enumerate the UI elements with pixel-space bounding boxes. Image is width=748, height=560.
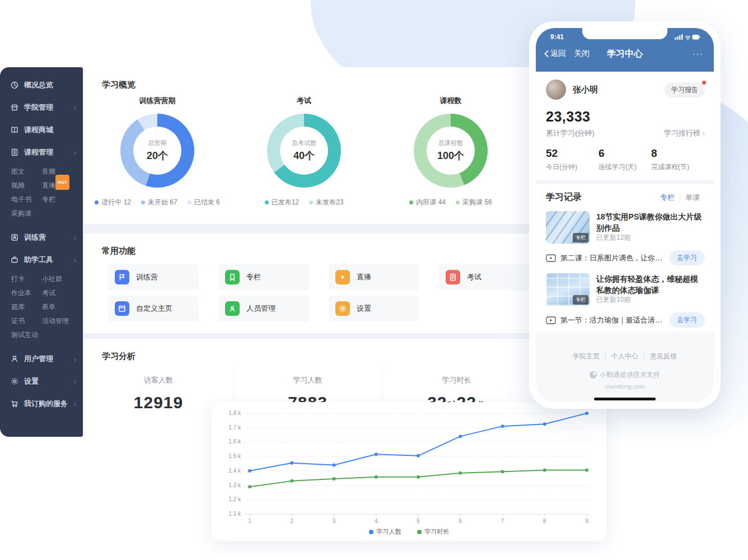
sidebar-item-course-mall[interactable]: 课程商城 <box>0 119 83 141</box>
go-learn-button[interactable]: 去学习 <box>669 312 705 328</box>
user-name: 张小明 <box>573 85 598 95</box>
svg-text:1.6 k: 1.6 k <box>228 438 241 445</box>
donut-legend: 进行中 12 未开始 67 已结束 6 <box>95 198 219 207</box>
cart-icon <box>10 399 19 408</box>
submenu-item[interactable]: 题库 <box>11 300 28 314</box>
submenu-item[interactable]: 视频 <box>11 179 28 193</box>
status-time: 9:41 <box>550 33 564 41</box>
course-donut-chart: 总课程数 100个 <box>414 114 488 188</box>
legend-dot <box>409 200 413 204</box>
svg-text:1.1 k: 1.1 k <box>228 511 241 517</box>
tab-column[interactable]: 专栏 <box>655 193 680 203</box>
donut-center-label: 总课程数 <box>438 139 463 147</box>
avatar <box>546 80 566 100</box>
svg-text:2: 2 <box>290 518 293 524</box>
record-item[interactable]: 专栏 让你拥有轻盈体态，维秘超模私教的体态瑜伽课 已更新10期 第一节：活力瑜伽… <box>546 273 705 328</box>
back-button[interactable]: 返回 <box>544 49 566 59</box>
donut-camp-periods: 训练营营期 总营期 20个 进行中 12 未开始 67 已结束 6 <box>84 96 231 207</box>
legend-dot <box>456 200 460 204</box>
sidebar: 概况总览 学院管理 课程商城 课程管理 图文 音频 视频 直播HOT 电子书 专… <box>0 67 83 437</box>
sidebar-item-label: 学院管理 <box>24 102 53 113</box>
total-minutes: 23,333 <box>546 109 705 125</box>
notification-dot <box>702 81 706 85</box>
home-indicator[interactable] <box>594 398 656 400</box>
submenu-item[interactable]: 专栏 <box>42 193 59 207</box>
donut-exams: 考试 总考试数 40个 已发布12 未发布23 <box>231 96 377 207</box>
tab-single-course[interactable]: 单课 <box>680 193 705 203</box>
quick-button-column[interactable]: 专栏 <box>218 264 309 290</box>
quick-button-camp[interactable]: 训练营 <box>108 264 199 290</box>
document-list-icon <box>10 148 19 157</box>
svg-text:1.7 k: 1.7 k <box>228 424 241 431</box>
donut-courses: 课程数 总课程数 100个 内部课 44 采购课 56 <box>377 96 524 207</box>
line-chart-legend: 学习人数 学习时长 <box>212 528 606 536</box>
status-icons <box>675 34 700 40</box>
quick-button-live[interactable]: 直播 <box>329 264 419 290</box>
sidebar-item-subscriptions[interactable]: 我订购的服务 <box>0 393 83 415</box>
section-divider <box>536 180 714 184</box>
submenu-item[interactable]: 打卡 <box>11 272 28 286</box>
tools-submenu: 打卡 小社群 作业本 考试 题库 表单 证书 活动管理 测试互动 <box>0 271 83 344</box>
submenu-item[interactable]: 证书 <box>11 314 28 328</box>
submenu-item-live[interactable]: 直播HOT <box>42 179 59 193</box>
go-learn-button[interactable]: 去学习 <box>669 250 705 265</box>
quick-button-settings[interactable]: 设置 <box>329 296 419 321</box>
submenu-item[interactable]: 电子书 <box>11 193 35 207</box>
section-title: 常用功能 <box>84 234 532 256</box>
svg-text:5: 5 <box>417 518 420 524</box>
exam-donut-chart: 总考试数 40个 <box>267 114 341 188</box>
footer-link-feedback[interactable]: 意见反馈 <box>644 352 682 361</box>
sidebar-item-label: 训练营 <box>24 232 46 242</box>
sidebar-item-label: 我订购的服务 <box>24 399 68 409</box>
submenu-item[interactable]: 图文 <box>11 165 28 179</box>
submenu-item[interactable]: 作业本 <box>11 286 35 300</box>
sidebar-item-course-mgmt[interactable]: 课程管理 <box>0 141 83 164</box>
sidebar-item-college[interactable]: 学院管理 <box>0 96 83 119</box>
course-title: 让你拥有轻盈体态，维秘超模私教的体态瑜伽课 <box>596 273 705 296</box>
camp-person-icon <box>10 233 19 242</box>
sidebar-item-camp[interactable]: 训练营 <box>0 226 83 249</box>
sidebar-item-label: 助学工具 <box>24 255 53 265</box>
bookmark-icon <box>225 270 240 284</box>
sidebar-item-label: 设置 <box>24 376 39 386</box>
pie-chart-icon <box>10 81 19 90</box>
learning-report-badge[interactable]: 学习报告 <box>665 82 705 97</box>
lesson-title: 第一节：活力瑜伽｜最适合清晨... <box>560 315 665 325</box>
sidebar-item-label: 课程管理 <box>24 147 53 157</box>
submenu-item[interactable]: 考试 <box>42 286 59 300</box>
svg-text:6: 6 <box>459 518 462 524</box>
sidebar-item-users[interactable]: 用户管理 <box>0 348 83 370</box>
phone-notch <box>582 28 667 39</box>
quick-button-homepage[interactable]: 自定义主页 <box>108 296 199 321</box>
quick-functions-card: 常用功能 训练营 专栏 直播 考试 自定义主页 人员管理 设置 <box>84 234 532 333</box>
submenu-item[interactable]: 小社群 <box>42 272 66 286</box>
footer-link-profile[interactable]: 个人中心 <box>605 352 644 361</box>
sidebar-item-overview[interactable]: 概况总览 <box>0 74 83 96</box>
more-button[interactable]: ··· <box>693 49 704 58</box>
submenu-item[interactable]: 表单 <box>42 300 59 314</box>
footer-link-home[interactable]: 学院主页 <box>567 352 605 361</box>
quick-button-personnel[interactable]: 人员管理 <box>218 296 309 321</box>
course-title: 18节实用PS课教你做出大片级别作品 <box>596 211 705 234</box>
close-button[interactable]: 关闭 <box>574 49 590 59</box>
quick-button-exam[interactable]: 考试 <box>439 264 530 290</box>
ranking-link[interactable]: 学习排行榜 <box>664 128 705 138</box>
submenu-item[interactable]: 测试互动 <box>11 328 41 342</box>
legend-dot <box>369 530 373 534</box>
camp-flag-icon <box>115 270 129 284</box>
svg-text:1.2 k: 1.2 k <box>228 496 241 502</box>
submenu-item[interactable]: 采购课 <box>11 207 35 221</box>
trend-line-chart: 1.1 k1.2 k1.3 k1.4 k1.5 k1.6 k1.7 k1.8 k… <box>212 402 606 526</box>
people-icon <box>225 301 240 316</box>
sidebar-item-settings[interactable]: 设置 <box>0 370 83 393</box>
phone-screen: 9:41 返回 关闭 学习中心 ··· 张小明 学习报告 <box>536 28 714 402</box>
course-thumbnail: 专栏 <box>546 273 590 306</box>
donut-center-label: 总营期 <box>148 139 167 147</box>
section-title: 学习分析 <box>84 339 532 362</box>
sidebar-item-tools[interactable]: 助学工具 <box>0 249 83 271</box>
summary-block: 23,333 累计学习(分钟) 学习排行榜 <box>536 100 714 138</box>
record-item[interactable]: 专栏 18节实用PS课教你做出大片级别作品 已更新12期 第二课：日系图片调色，… <box>546 211 705 265</box>
submenu-item[interactable]: 活动管理 <box>42 314 72 328</box>
powered-by-text: 小鹅通提供技术支持 <box>600 370 660 380</box>
legend-dot <box>265 200 269 204</box>
